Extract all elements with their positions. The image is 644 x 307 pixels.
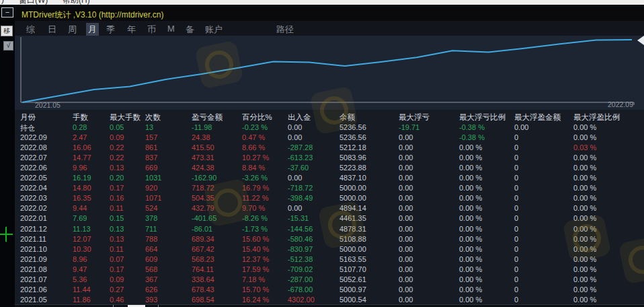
table-row[interactable]: 2022.017.690.15378-401.65-8.26 %-15.3144… <box>15 213 644 224</box>
column-header[interactable]: 余额 <box>339 112 355 123</box>
cell: 415.50 <box>192 143 214 151</box>
tab-bei[interactable]: 备 <box>184 23 196 36</box>
table-row[interactable]: 2021.098.960.07609568.2312.37 %-512.3851… <box>15 254 644 265</box>
cell: 0.05 <box>110 123 124 131</box>
column-header[interactable]: 最大浮盈金额 <box>514 112 561 123</box>
table-row[interactable]: 2021.1010.300.11664667.4215.40 %-830.975… <box>15 244 644 254</box>
cell: 2021.09 <box>20 255 47 263</box>
cell: 16.06 <box>73 143 91 151</box>
cell: 0.00 % <box>573 296 596 304</box>
table-row[interactable]: 2021.075.360.09367338.647.18 %-287.00505… <box>15 275 644 285</box>
cell: 0.00 % <box>573 164 596 172</box>
table-row[interactable]: 2022.029.440.11524432.799.70 %0.004894.1… <box>15 203 644 213</box>
column-header[interactable]: 盈亏金额 <box>192 112 223 123</box>
tab-yue[interactable]: 月 <box>86 23 99 36</box>
cell: 16.24 % <box>242 296 269 304</box>
table-row[interactable]: 2022.0414.800.17920718.7216.79 %-718.725… <box>15 183 644 193</box>
cell: 5108.88 <box>339 235 366 243</box>
column-header[interactable]: 最大浮亏比例 <box>459 112 506 123</box>
cell: 0.11 <box>110 204 124 212</box>
tab-bi[interactable]: 币 <box>145 23 158 36</box>
menu-bar: )窗口(W)帮助(H) <box>0 0 644 5</box>
cell: 5052.61 <box>339 275 366 283</box>
tab-nian[interactable]: 年 <box>125 23 138 36</box>
menubar-item[interactable]: ) <box>1 0 4 4</box>
table-row[interactable]: 2022.0316.350.161071504.3511.22 %-398.49… <box>15 193 644 203</box>
cell: -144.56 <box>288 225 313 233</box>
cell: 0.17 <box>110 265 124 273</box>
cell: 9.47 <box>73 265 87 273</box>
table-row[interactable]: 2021.089.470.17568764.1117.59 %-709.0251… <box>15 265 644 275</box>
cell: 2021.05 <box>20 296 47 304</box>
table-row[interactable]: 2021.1211.130.13711-86.01-1.73 %-144.564… <box>15 224 644 234</box>
cell: 0.00 <box>399 235 413 243</box>
column-header[interactable]: 月份 <box>20 112 36 123</box>
tab-lujing[interactable]: 路径 <box>274 23 296 36</box>
cell: 689.34 <box>192 235 214 243</box>
cell: 5212.18 <box>339 143 366 151</box>
column-header[interactable]: 最大浮盈比例 <box>573 112 620 123</box>
cell: 0.00 % <box>459 164 482 172</box>
table-row[interactable]: 2022.092.470.0915724.380.47 %0.005236.56… <box>15 133 644 143</box>
cell: -19.71 <box>399 123 419 131</box>
column-header[interactable]: 最大浮亏 <box>399 112 430 123</box>
table-row[interactable]: 2021.0611.440.27626678.4315.70 %-678.005… <box>15 285 644 295</box>
cell: 2022.07 <box>20 154 47 162</box>
cell: 0.00 % <box>459 245 482 253</box>
cell: 持仓 <box>20 123 35 133</box>
cell: 0.00 % <box>573 225 596 233</box>
cell: 0.17 <box>110 184 124 192</box>
cell: 0.00 <box>399 143 413 151</box>
cell: 367 <box>145 275 157 283</box>
cell: -709.02 <box>288 265 313 273</box>
cell: 5223.88 <box>339 164 366 172</box>
cell: 5107.70 <box>339 265 366 273</box>
table-row[interactable]: 2022.069.960.13669424.388.84 %-37.605223… <box>15 163 644 173</box>
tab-zong[interactable]: 综 <box>24 23 37 36</box>
cell: 5000.00 <box>339 184 366 192</box>
cell: 504.35 <box>192 194 214 202</box>
table-row[interactable]: 持仓0.280.0513-11.98-0.23 %0.005236.56-19.… <box>15 123 644 133</box>
table-row[interactable]: 2021.1112.070.13788689.3415.60 %-580.465… <box>15 234 644 244</box>
cell: 0 <box>514 133 518 141</box>
tab-ri[interactable]: 日 <box>46 23 58 36</box>
column-header[interactable]: 手数 <box>73 112 88 123</box>
cell: 0.09 <box>110 133 124 141</box>
stats-table: 月份手数最大手数次数盈亏金额百分比%出入金余额最大浮亏最大浮亏比例最大浮盈金额最… <box>15 110 644 304</box>
cell: 664 <box>145 245 157 253</box>
column-header[interactable]: 百分比% <box>242 112 272 123</box>
column-header[interactable]: 次数 <box>145 112 161 123</box>
cell: 2.47 <box>73 133 87 141</box>
cell: 0.00 % <box>459 285 482 294</box>
menubar-item[interactable]: 帮助(H) <box>63 0 90 5</box>
table-row[interactable]: 2022.0816.060.22861415.508.66 %-287.2852… <box>15 143 644 153</box>
move-button[interactable]: 移 <box>1 26 13 36</box>
left-toolbar: − 移 √ <box>0 5 15 307</box>
cell: 11.13 <box>73 225 91 233</box>
cell: 698.54 <box>192 296 214 304</box>
cell: 0.27 <box>110 285 124 294</box>
tab-m[interactable]: M <box>165 23 177 34</box>
cell: 15.70 % <box>242 285 269 294</box>
cell: 0.13 <box>110 225 124 233</box>
cell: 157 <box>145 133 157 141</box>
horizontal-scrollbar[interactable] <box>15 304 644 307</box>
menubar-item[interactable]: 窗口(W) <box>19 0 48 5</box>
check-button[interactable]: √ <box>3 41 13 50</box>
cell: 2021.06 <box>20 285 47 294</box>
cell: 0.00 % <box>459 275 482 283</box>
table-row[interactable]: 2021.0511.860.46393698.5416.24 %4302.005… <box>15 295 644 305</box>
table-row[interactable]: 2022.0516.190.201031-162.90-3.26 %0.0048… <box>15 173 644 183</box>
tab-ji[interactable]: 季 <box>104 23 117 36</box>
column-header[interactable]: 出入金 <box>288 112 311 123</box>
cell: 2021.11 <box>20 235 46 243</box>
table-row[interactable]: 2022.0714.770.22837473.3110.27 %-613.235… <box>15 153 644 163</box>
tab-zhanghu[interactable]: 账户 <box>203 23 225 36</box>
column-header[interactable]: 最大手数 <box>110 112 140 123</box>
cell: 0.00 % <box>459 235 482 243</box>
cell: 2021.07 <box>20 275 47 283</box>
cell: 0.11 <box>110 245 124 253</box>
tab-zhou[interactable]: 周 <box>66 23 79 36</box>
minimize-button[interactable]: − <box>1 7 13 18</box>
title-bar[interactable]: MTDriver统计 ,V3.10 (http://mtdriver.cn) <box>15 7 644 21</box>
